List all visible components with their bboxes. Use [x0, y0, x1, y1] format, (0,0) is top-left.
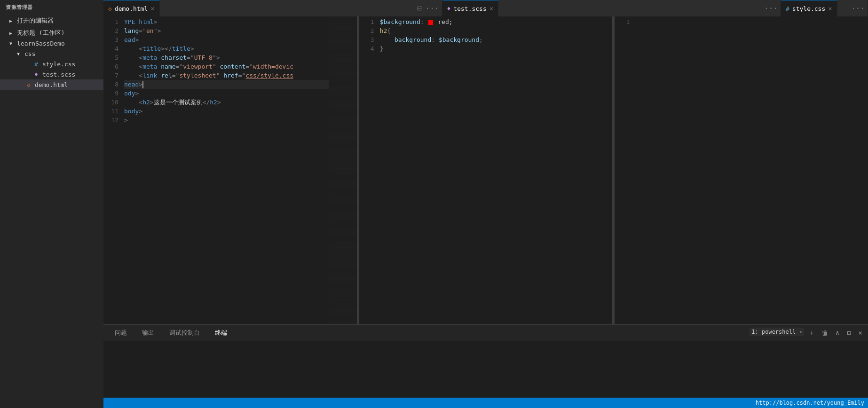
panel-tabs: 问题 输出 调试控制台 终端 1: powershell ▾ +	[103, 325, 868, 341]
tab-scss-icon: ♦	[447, 5, 451, 12]
sidebar-item-style-css[interactable]: # style.css	[0, 59, 103, 69]
text-cursor	[142, 81, 143, 88]
terminal-bar-label: 1: powershell	[751, 329, 796, 335]
tab-test-scss-label: test.scss	[453, 5, 486, 12]
tab-demo-html-label: demo.html	[115, 5, 148, 12]
scss-editor-content[interactable]: 1 2 3 4 $background: red; h2{ background…	[359, 16, 613, 324]
code-line-3: ead>	[124, 35, 329, 44]
status-bar: http://blog.csdn.net/young_Emily	[103, 398, 868, 408]
sidebar-item-test-scss[interactable]: ♦ test.scss	[0, 69, 103, 79]
css-tab-pane: # style.css × ···	[781, 0, 868, 16]
workspace-label: 无标题 (工作区)	[17, 29, 100, 37]
scss-line-2: h2{	[380, 26, 613, 35]
open-editors-section: ▶ 打开的编辑器	[0, 15, 103, 27]
color-swatch-red	[428, 20, 433, 25]
html-code-content[interactable]: YPE html> lang="en"> ead> <title></title…	[122, 16, 329, 324]
problems-label: 问题	[115, 329, 127, 337]
sidebar-workspace[interactable]: ▶ 无标题 (工作区)	[0, 28, 103, 38]
scroll-up-btn[interactable]: ∧	[834, 328, 841, 337]
code-line-12: >	[124, 116, 329, 125]
terminal-bar[interactable]: 1: powershell ▾	[750, 328, 804, 336]
panel-content	[103, 341, 868, 398]
scss-tab-pane: ♦ test.scss × ···	[442, 0, 781, 16]
html-more-btn[interactable]: ···	[426, 4, 439, 13]
code-line-9: ody>	[124, 89, 329, 98]
terminal-label: 终端	[215, 329, 227, 337]
scss-line-1: $background: red;	[380, 17, 613, 26]
html-editor-content[interactable]: 1 2 3 4 5 6 7 8 9 10 11 12	[103, 16, 357, 324]
code-line-7: <link rel="stylesheet" href="css/style.c…	[124, 71, 329, 80]
scss-editor-panel: 1 2 3 4 $background: red; h2{ background…	[359, 16, 613, 324]
status-right: http://blog.csdn.net/young_Emily	[756, 400, 864, 406]
tab-style-css-label: style.css	[792, 5, 825, 12]
css-editor-content[interactable]: 1	[615, 16, 868, 324]
scss-code-lines: 1 2 3 4 $background: red; h2{ background…	[359, 16, 613, 324]
scss-icon: ♦	[32, 71, 40, 78]
split-editor-btn[interactable]: ⊟	[417, 4, 422, 13]
sidebar-folder-learn[interactable]: ▼ learnSassDemo	[0, 38, 103, 48]
workspace-section: ▶ 无标题 (工作区) ▼ learnSassDemo ▼ css # styl…	[0, 27, 103, 91]
terminal-dropdown-arrow[interactable]: ▾	[799, 330, 802, 335]
editor-area: ◇ demo.html × ⊟ ··· ♦ test.scss × ···	[103, 0, 868, 408]
tab-css-close[interactable]: ×	[828, 5, 832, 12]
sidebar-item-demo-html[interactable]: ◇ demo.html	[0, 79, 103, 90]
folder-label: learnSassDemo	[17, 40, 100, 47]
panel-tab-output[interactable]: 输出	[134, 325, 162, 341]
css-line-numbers: 1	[615, 16, 633, 324]
panel-tab-debug[interactable]: 调试控制台	[162, 325, 207, 341]
code-line-10: <h2>这是一个测试案例</h2>	[124, 98, 329, 107]
sidebar-title: 资源管理器	[0, 0, 103, 15]
css-code-content[interactable]	[633, 16, 868, 324]
status-url: http://blog.csdn.net/young_Emily	[756, 400, 864, 406]
tab-html-icon: ◇	[108, 5, 112, 12]
css-more-btn[interactable]: ···	[851, 4, 865, 13]
workspace-arrow: ▶	[9, 31, 17, 36]
css-folder-arrow: ▼	[17, 51, 24, 56]
tab-test-scss[interactable]: ♦ test.scss ×	[442, 0, 499, 16]
html-minimap	[329, 16, 357, 324]
editors-split: 1 2 3 4 5 6 7 8 9 10 11 12	[103, 16, 868, 324]
tab-html-close[interactable]: ×	[150, 5, 154, 12]
tab-css-icon: #	[786, 5, 789, 12]
css-editor-panel: 1	[615, 16, 868, 324]
scss-tab-actions: ···	[761, 0, 781, 16]
scss-line-numbers: 1 2 3 4	[359, 16, 378, 324]
open-editors-label: 打开的编辑器	[17, 16, 100, 25]
panel-tab-terminal[interactable]: 终端	[207, 325, 235, 341]
code-line-1: YPE html>	[124, 17, 329, 26]
output-label: 输出	[142, 329, 154, 337]
scss-code-content[interactable]: $background: red; h2{ background: $backg…	[378, 16, 613, 324]
panel-tab-problems[interactable]: 问题	[107, 325, 134, 341]
test-scss-label: test.scss	[42, 71, 100, 78]
html-tab-pane: ◇ demo.html × ⊟ ···	[103, 0, 442, 16]
demo-html-label: demo.html	[35, 81, 100, 88]
html-code-lines: 1 2 3 4 5 6 7 8 9 10 11 12	[103, 16, 357, 324]
css-line-1	[635, 17, 868, 26]
scss-line-4: }	[380, 44, 613, 53]
panel-layout-btn[interactable]: ⊟	[845, 328, 852, 337]
tab-bar: ◇ demo.html × ⊟ ··· ♦ test.scss × ···	[103, 0, 868, 16]
html-editor-panel: 1 2 3 4 5 6 7 8 9 10 11 12	[103, 16, 357, 324]
html-icon: ◇	[24, 81, 33, 88]
style-css-label: style.css	[42, 61, 100, 68]
folder-arrow: ▼	[9, 41, 17, 46]
html-line-numbers: 1 2 3 4 5 6 7 8 9 10 11 12	[103, 16, 122, 324]
tab-scss-close[interactable]: ×	[489, 5, 493, 12]
sidebar-open-editors[interactable]: ▶ 打开的编辑器	[0, 16, 103, 26]
kill-terminal-btn[interactable]: 🗑	[820, 328, 830, 337]
debug-label: 调试控制台	[169, 329, 200, 337]
code-line-4: <title></title>	[124, 44, 329, 53]
scss-line-3: background: $background;	[380, 35, 613, 44]
sidebar-css-folder[interactable]: ▼ css	[0, 48, 103, 59]
code-line-6: <meta name="viewport" content="width=dev…	[124, 62, 329, 71]
code-line-8: nead>	[124, 80, 329, 89]
tab-style-css[interactable]: # style.css ×	[781, 0, 837, 16]
html-tab-actions: ⊟ ···	[414, 0, 442, 16]
scss-more-btn[interactable]: ···	[764, 4, 778, 13]
close-panel-btn[interactable]: ×	[857, 328, 864, 337]
css-folder-label: css	[24, 50, 100, 57]
tab-demo-html[interactable]: ◇ demo.html ×	[103, 0, 160, 16]
new-terminal-btn[interactable]: +	[808, 328, 815, 337]
sidebar: 资源管理器 ▶ 打开的编辑器 ▶ 无标题 (工作区) ▼ learnSassDe…	[0, 0, 103, 408]
code-line-11: body>	[124, 107, 329, 116]
